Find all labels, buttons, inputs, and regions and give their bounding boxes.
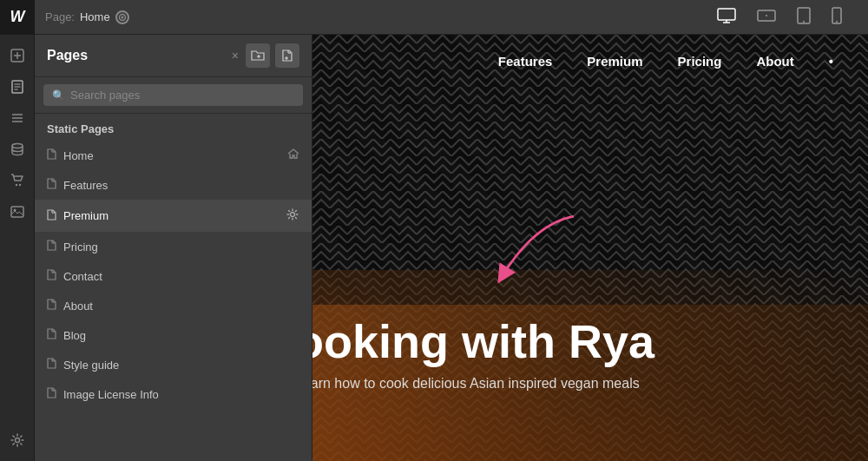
layers-button[interactable] [3,104,31,132]
add-folder-button[interactable] [246,43,270,68]
search-input[interactable] [70,89,294,102]
page-item-name: Style guide [63,359,299,372]
page-item-name: Contact [63,270,299,283]
svg-point-8 [803,21,805,23]
svg-point-6 [766,15,767,16]
desktop-icon[interactable] [708,3,745,32]
page-file-icon [47,358,56,372]
svg-point-22 [15,184,16,186]
page-item-premium[interactable]: Premium [35,200,312,232]
website-preview: Features Premium Pricing About • ookin [312,35,868,461]
page-status-dot[interactable] [115,10,129,24]
pages-header: Pages × [35,35,312,77]
add-button[interactable] [3,42,31,69]
page-item-name: Blog [63,329,299,342]
w-logo: W [10,8,25,26]
page-item-image-license[interactable]: Image License Info [35,379,312,409]
svg-point-26 [15,438,19,443]
icon-sidebar [0,35,35,461]
svg-point-39 [291,213,295,217]
nav-about[interactable]: About [739,35,811,87]
logo-area: W [0,0,35,35]
page-item-home[interactable]: Home [35,141,312,170]
svg-point-10 [836,21,838,23]
svg-rect-24 [11,207,23,217]
search-input-wrap: 🔍 [43,84,303,106]
device-icons [708,2,868,33]
gear-icon[interactable] [286,207,299,224]
page-item-name: Premium [63,209,279,222]
tablet-landscape-icon[interactable] [748,3,785,32]
page-file-icon [47,328,56,342]
main-area: Pages × 🔍 Static Pages [0,35,868,461]
canvas-area: Features Premium Pricing About • ookin [312,35,868,461]
page-item-name: Features [63,179,299,192]
svg-point-1 [121,16,123,18]
page-item-name: Pricing [63,240,299,254]
page-item-features[interactable]: Features [35,170,312,200]
pages-panel: Pages × 🔍 Static Pages [35,35,312,461]
search-icon: 🔍 [52,89,65,102]
page-item-blog[interactable]: Blog [35,320,312,350]
settings-button[interactable] [3,426,31,454]
nav-premium[interactable]: Premium [569,35,660,87]
pages-close-button[interactable]: × [232,49,239,63]
page-file-icon [47,269,56,283]
hero-subtext: Learn how to cook delicious Asian inspir… [312,376,868,392]
search-bar: 🔍 [35,77,312,114]
page-name: Home [80,10,110,23]
section-label: Static Pages [35,114,312,141]
svg-rect-2 [718,9,735,20]
hero-text: ooking with Rya Learn how to cook delici… [312,316,868,392]
page-item-pricing[interactable]: Pricing [35,232,312,261]
pages-list: Home Features Premium [35,141,312,461]
page-file-icon [47,240,56,254]
tablet-portrait-icon[interactable] [788,2,819,33]
page-nav-button[interactable] [3,73,31,101]
store-button[interactable] [3,167,31,194]
pages-title: Pages [47,48,225,63]
nav-more[interactable]: • [812,35,851,87]
add-page-button[interactable] [275,43,299,68]
page-item-name: Image License Info [63,388,299,401]
page-info: Page: Home [35,10,140,24]
page-file-icon [47,148,56,162]
nav-features[interactable]: Features [481,35,570,87]
pages-actions [246,43,299,68]
page-item-style-guide[interactable]: Style guide [35,350,312,379]
page-file-icon [47,209,56,223]
preview-nav: Features Premium Pricing About • [312,35,868,87]
page-label: Page: [45,10,75,23]
page-item-name: Home [63,149,280,162]
page-item-name: About [63,300,299,313]
svg-point-21 [12,144,23,148]
svg-point-23 [18,184,20,186]
hero-headline: ooking with Rya [312,316,868,367]
media-button[interactable] [3,198,31,226]
nav-pricing[interactable]: Pricing [661,35,740,87]
page-file-icon [47,178,56,192]
top-bar: W Page: Home [0,0,868,35]
page-item-about[interactable]: About [35,291,312,320]
mobile-icon[interactable] [823,2,851,33]
page-file-icon [47,299,56,313]
page-item-contact[interactable]: Contact [35,261,312,291]
home-icon [287,148,299,162]
database-button[interactable] [3,135,31,163]
page-file-icon [47,387,56,401]
